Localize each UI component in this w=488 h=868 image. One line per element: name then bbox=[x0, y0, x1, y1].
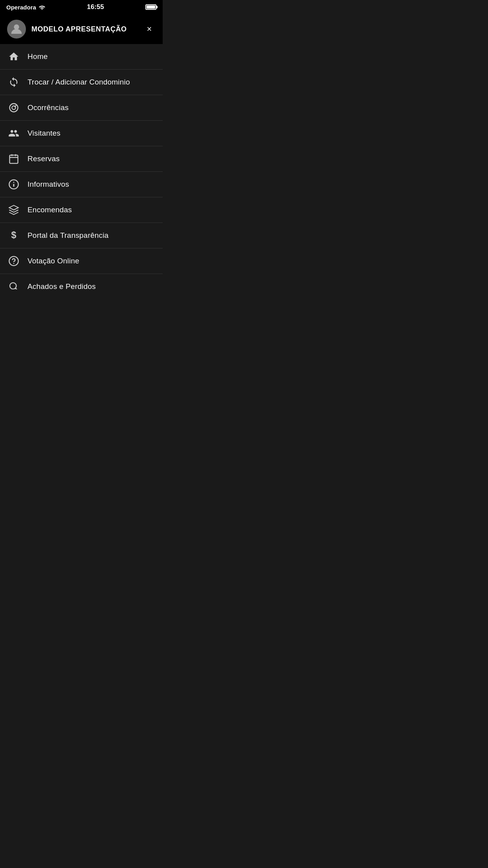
menu-visitantes-label: Visitantes bbox=[28, 129, 61, 138]
battery-icon bbox=[145, 4, 156, 10]
close-icon: × bbox=[147, 25, 152, 33]
carrier-text: Operadora bbox=[6, 4, 36, 11]
menu-item-ocorrencias[interactable]: Ocorrências bbox=[0, 95, 163, 121]
menu-votacao-label: Votação Online bbox=[28, 257, 79, 265]
menu-item-visitantes[interactable]: Visitantes bbox=[0, 121, 163, 146]
info-circle-icon bbox=[7, 178, 20, 191]
drawer-avatar bbox=[7, 20, 26, 39]
search-icon bbox=[7, 280, 20, 289]
menu-trocar-label: Trocar / Adicionar Condominio bbox=[28, 78, 130, 86]
visitors-icon bbox=[7, 127, 20, 140]
svg-point-27 bbox=[10, 104, 18, 112]
status-carrier: Operadora bbox=[6, 4, 46, 11]
calendar-icon bbox=[7, 152, 20, 166]
menu-item-trocar-condominio[interactable]: Trocar / Adicionar Condominio bbox=[0, 70, 163, 95]
question-circle-icon bbox=[7, 254, 20, 268]
menu-encomendas-label: Encomendas bbox=[28, 206, 72, 214]
svg-point-38 bbox=[13, 263, 15, 264]
svg-text:$: $ bbox=[11, 230, 17, 240]
menu-list: Home Trocar / Adicionar Condominio Ocorr… bbox=[0, 44, 163, 289]
menu-item-encomendas[interactable]: Encomendas bbox=[0, 197, 163, 223]
edit-target-icon bbox=[7, 101, 20, 114]
home-icon bbox=[7, 50, 20, 63]
status-bar: Operadora 16:55 bbox=[0, 0, 163, 14]
menu-informativos-label: Informativos bbox=[28, 180, 69, 189]
wifi-icon bbox=[39, 4, 46, 10]
drawer-header: MODELO APRESENTAÇÃO × bbox=[0, 14, 163, 44]
menu-item-informativos[interactable]: Informativos bbox=[0, 172, 163, 197]
svg-point-0 bbox=[42, 9, 43, 10]
close-button[interactable]: × bbox=[143, 23, 156, 35]
menu-item-reservas[interactable]: Reservas bbox=[0, 146, 163, 172]
svg-point-26 bbox=[14, 24, 19, 29]
menu-item-votacao-online[interactable]: Votação Online bbox=[0, 248, 163, 274]
menu-item-home[interactable]: Home bbox=[0, 44, 163, 70]
menu-home-label: Home bbox=[28, 52, 48, 61]
status-time: 16:55 bbox=[87, 3, 104, 11]
swap-icon bbox=[7, 75, 20, 89]
dollar-icon: $ bbox=[7, 229, 20, 242]
drawer-title: MODELO APRESENTAÇÃO bbox=[31, 25, 138, 33]
svg-rect-29 bbox=[10, 155, 18, 164]
menu-item-portal-transparencia[interactable]: $ Portal da Transparência bbox=[0, 223, 163, 248]
menu-ocorrencias-label: Ocorrências bbox=[28, 103, 69, 112]
package-icon bbox=[7, 203, 20, 217]
svg-line-40 bbox=[15, 288, 18, 289]
status-right bbox=[145, 4, 156, 10]
menu-achados-label: Achados e Perdidos bbox=[28, 282, 96, 289]
menu-portal-label: Portal da Transparência bbox=[28, 231, 108, 240]
menu-reservas-label: Reservas bbox=[28, 154, 60, 163]
menu-item-achados-perdidos[interactable]: Achados e Perdidos bbox=[0, 274, 163, 289]
svg-point-35 bbox=[13, 182, 15, 183]
drawer: MODELO APRESENTAÇÃO × Home Trocar / Adic… bbox=[0, 14, 163, 289]
